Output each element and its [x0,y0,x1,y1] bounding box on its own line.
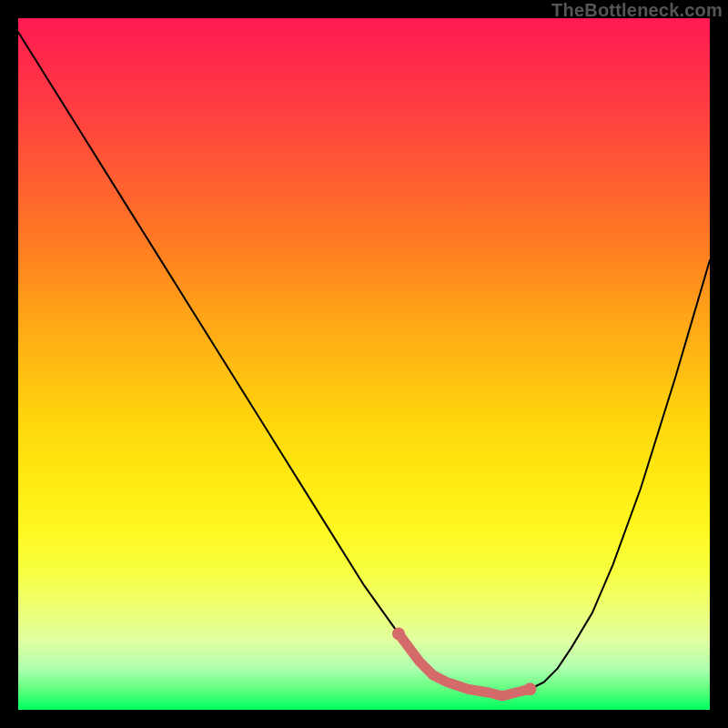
watermark-label: TheBottleneck.com [551,0,723,21]
highlight-marker [392,627,405,640]
optimal-range-highlight [399,633,530,695]
bottleneck-curve [18,32,710,696]
performance-chart [18,18,710,710]
highlight-marker [523,682,536,695]
